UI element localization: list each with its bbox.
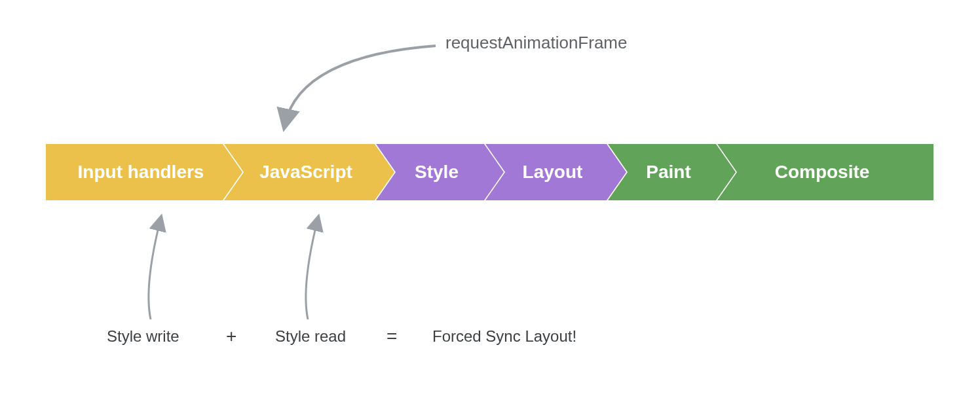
stage-label: Composite	[775, 162, 870, 183]
raf-label: requestAnimationFrame	[445, 33, 627, 53]
raf-arrow	[285, 46, 436, 124]
stage-composite: Composite	[717, 144, 933, 200]
stage-paint: Paint	[608, 144, 736, 200]
stage-label: Input handlers	[78, 162, 204, 183]
stage-label: Paint	[646, 162, 690, 183]
forced-sync-layout-label: Forced Sync Layout!	[432, 327, 576, 346]
stage-input-handlers: Input handlers	[46, 144, 242, 200]
style-read-arrow	[306, 219, 318, 319]
style-read-label: Style read	[275, 327, 346, 346]
equals-symbol: =	[386, 326, 397, 347]
stage-javascript: JavaScript	[224, 144, 394, 200]
style-write-label: Style write	[107, 327, 179, 346]
stage-layout: Layout	[485, 144, 626, 200]
stage-style: Style	[376, 144, 504, 200]
stage-label: Style	[415, 162, 459, 183]
stage-label: JavaScript	[259, 162, 352, 183]
stage-label: Layout	[523, 162, 583, 183]
style-write-arrow	[149, 219, 160, 319]
plus-symbol: +	[226, 326, 236, 347]
